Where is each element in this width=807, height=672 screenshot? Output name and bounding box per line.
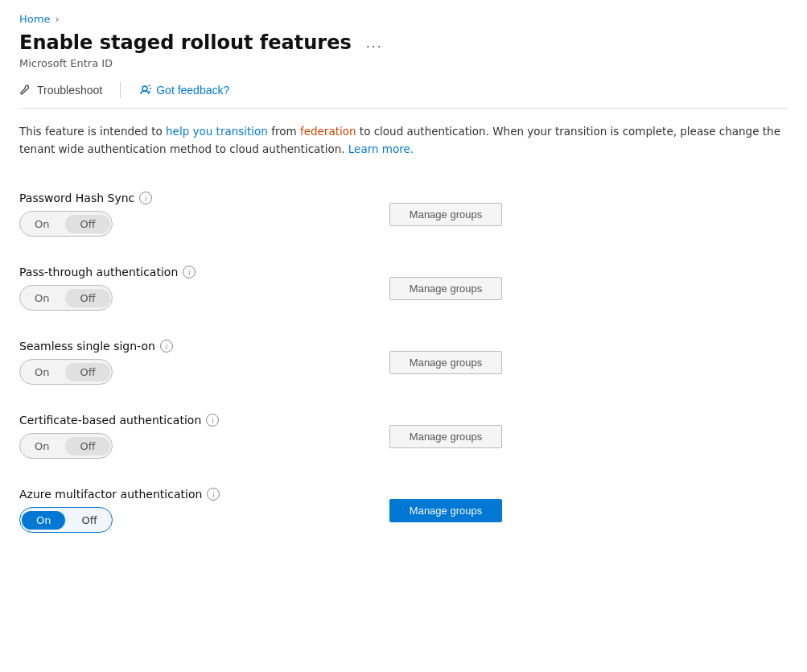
feature-row-cba: Certificate-based authentication i On Of… [19,399,788,473]
breadcrumb-separator: › [55,13,59,25]
feature-right-mfa: Manage groups [357,499,788,522]
federation-highlight: federation [300,125,356,138]
toggle-pta[interactable]: On Off [19,285,357,311]
feedback-button[interactable]: Got feedback? [130,80,237,100]
feature-list: Password Hash Sync i On Off Manage group… [19,177,788,547]
toggle-pill-phs[interactable]: On Off [19,211,113,237]
info-icon-mfa[interactable]: i [207,488,220,501]
feature-right-cba: Manage groups [357,425,788,448]
feature-label-row-pta: Pass-through authentication i [19,266,357,278]
toggle-on-pta[interactable]: On [20,289,64,307]
toggle-pill-pta[interactable]: On Off [19,285,113,311]
feature-label-cba: Certificate-based authentication [19,414,201,427]
ellipsis-button[interactable]: ... [361,33,388,53]
feature-left-mfa: Azure multifactor authentication i On Of… [19,488,357,533]
feature-right-pta: Manage groups [357,277,788,300]
feature-label-row-sso: Seamless single sign-on i [19,340,357,352]
toggle-cba[interactable]: On Off [19,433,357,459]
feature-left-pass-through: Pass-through authentication i On Off [19,266,357,311]
toggle-sso[interactable]: On Off [19,359,357,385]
toggle-on-phs[interactable]: On [20,215,64,233]
toggle-on-sso[interactable]: On [20,363,64,381]
toggle-off-cba[interactable]: Off [65,437,109,456]
feature-label-row-cba: Certificate-based authentication i [19,414,357,427]
toggle-mfa[interactable]: On Off [19,507,357,533]
manage-groups-phs[interactable]: Manage groups [389,203,502,226]
feature-right-sso: Manage groups [357,351,788,374]
info-icon-pta[interactable]: i [183,266,196,278]
svg-point-0 [142,86,147,91]
manage-groups-sso[interactable]: Manage groups [389,351,502,374]
page-header: Enable staged rollout features ... [19,31,788,54]
feature-row-mfa: Azure multifactor authentication i On Of… [19,473,788,547]
toolbar: Troubleshoot Got feedback? [19,80,788,109]
page-container: Home › Enable staged rollout features ..… [0,0,807,560]
breadcrumb-home[interactable]: Home [19,13,50,25]
breadcrumb: Home › [19,13,788,25]
feature-row-sso: Seamless single sign-on i On Off Manage … [19,325,788,399]
feature-label-sso: Seamless single sign-on [19,340,155,352]
manage-groups-cba[interactable]: Manage groups [389,425,502,448]
wrench-icon [19,84,32,97]
toggle-pill-cba[interactable]: On Off [19,433,113,459]
toggle-pill-sso[interactable]: On Off [19,359,113,385]
feature-label-phs: Password Hash Sync [19,192,134,204]
toggle-phs[interactable]: On Off [19,211,357,237]
toggle-on-cba[interactable]: On [20,437,64,456]
info-icon-cba[interactable]: i [206,414,219,427]
page-title: Enable staged rollout features [19,31,352,54]
help-transition-link[interactable]: help you transition [166,125,268,138]
learn-more-link[interactable]: Learn more. [348,142,414,155]
feature-label-row-phs: Password Hash Sync i [19,192,357,204]
toggle-off-phs[interactable]: Off [65,215,109,233]
toggle-off-mfa[interactable]: Off [67,511,111,530]
feature-label-row-mfa: Azure multifactor authentication i [19,488,357,501]
feature-row-password-hash-sync: Password Hash Sync i On Off Manage group… [19,177,788,251]
info-text: This feature is intended to help you tra… [19,123,788,158]
feature-right-phs: Manage groups [357,203,788,226]
info-icon-sso[interactable]: i [160,340,173,352]
feature-label-pta: Pass-through authentication [19,266,178,278]
feature-left-sso: Seamless single sign-on i On Off [19,340,357,385]
feature-row-pass-through: Pass-through authentication i On Off Man… [19,251,788,325]
toggle-on-mfa[interactable]: On [22,511,65,530]
feature-left-password-hash-sync: Password Hash Sync i On Off [19,192,357,237]
info-icon-phs[interactable]: i [139,192,152,204]
feedback-label: Got feedback? [156,84,229,97]
feature-left-cba: Certificate-based authentication i On Of… [19,414,357,459]
troubleshoot-button[interactable]: Troubleshoot [19,80,110,100]
toggle-off-pta[interactable]: Off [65,289,109,307]
toggle-pill-mfa[interactable]: On Off [19,507,113,533]
manage-groups-pta[interactable]: Manage groups [389,277,502,300]
feedback-icon [138,84,151,97]
feature-label-mfa: Azure multifactor authentication [19,488,202,501]
toolbar-separator [120,82,121,98]
manage-groups-mfa[interactable]: Manage groups [389,499,502,522]
troubleshoot-label: Troubleshoot [37,84,102,97]
page-subtitle: Microsoft Entra ID [19,57,788,69]
toggle-off-sso[interactable]: Off [65,363,109,381]
